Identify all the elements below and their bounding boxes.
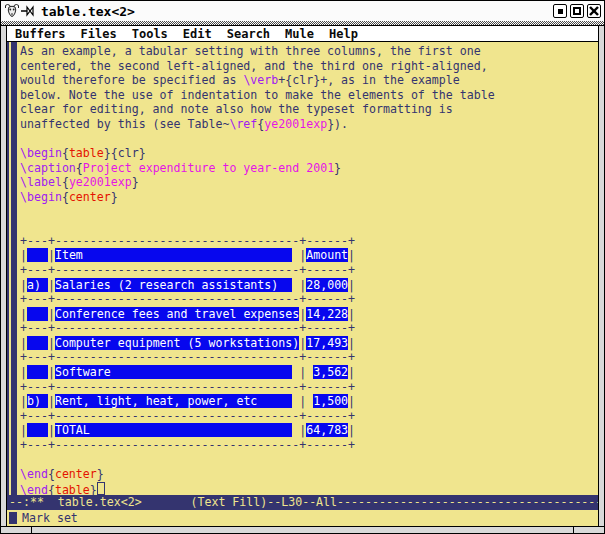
code-segment: | bbox=[20, 278, 27, 292]
code-segment: centered, the second left-aligned, and t… bbox=[20, 59, 488, 73]
buffer-line: below. Note the use of indentation to ma… bbox=[20, 88, 598, 103]
close-icon bbox=[589, 6, 599, 16]
buffer-line: +---+-----------------------------------… bbox=[20, 380, 598, 395]
code-segment: 14,228 bbox=[306, 307, 348, 321]
code-segment: +{clr}+, as in the example bbox=[278, 73, 459, 87]
code-segment: | bbox=[348, 307, 355, 321]
resize-corner-right[interactable] bbox=[573, 527, 604, 534]
code-segment: \verb bbox=[243, 73, 278, 87]
buffer-line bbox=[20, 219, 598, 234]
menu-item-tools[interactable]: Tools bbox=[132, 27, 168, 41]
code-segment: Salaries (2 research assistants) bbox=[55, 278, 292, 292]
code-segment: | bbox=[348, 248, 355, 262]
buffer-line: |a) |Salaries (2 research assistants) |2… bbox=[20, 278, 598, 293]
code-segment: +---+-----------------------------------… bbox=[20, 350, 355, 364]
scrollbar[interactable] bbox=[7, 42, 20, 495]
code-segment: } bbox=[132, 175, 139, 189]
code-segment: { bbox=[62, 175, 69, 189]
code-segment: Amount bbox=[306, 248, 348, 262]
code-segment: Rent, light, heat, power, etc bbox=[55, 394, 292, 408]
code-segment bbox=[27, 248, 48, 262]
menu-item-mule[interactable]: Mule bbox=[285, 27, 314, 41]
buffer-line: +---+-----------------------------------… bbox=[20, 292, 598, 307]
code-segment: Item bbox=[55, 248, 292, 262]
code-segment: | bbox=[48, 248, 55, 262]
code-segment bbox=[27, 423, 48, 437]
code-segment: | bbox=[348, 394, 355, 408]
code-segment: \ref bbox=[229, 117, 257, 131]
minimize-button[interactable] bbox=[553, 4, 567, 18]
menu-item-files[interactable]: Files bbox=[81, 27, 117, 41]
client-area: BuffersFilesToolsEditSearchMuleHelp As a… bbox=[6, 26, 599, 526]
window-titlebar[interactable]: table.tex<2> bbox=[1, 1, 604, 21]
code-segment: Software bbox=[55, 365, 292, 379]
code-segment: { bbox=[48, 483, 55, 495]
code-segment: would therefore be specified as bbox=[20, 73, 243, 87]
code-segment: ye2001exp bbox=[264, 117, 327, 131]
code-segment: +---+-----------------------------------… bbox=[20, 263, 355, 277]
code-segment: | bbox=[292, 394, 313, 408]
window-resize-bar[interactable] bbox=[1, 526, 604, 534]
buffer-line: \begin{center} bbox=[20, 190, 598, 205]
buffer-line: clear for editing, and note also how the… bbox=[20, 102, 598, 117]
code-segment: | bbox=[348, 278, 355, 292]
code-segment: { bbox=[76, 161, 83, 175]
buffer-line: would therefore be specified as \verb+{c… bbox=[20, 73, 598, 88]
code-segment: \begin bbox=[20, 190, 62, 204]
code-segment: | bbox=[20, 423, 27, 437]
minibuffer[interactable]: Mark set bbox=[7, 510, 598, 526]
code-segment: TOTAL bbox=[55, 423, 292, 437]
menu-item-help[interactable]: Help bbox=[329, 27, 358, 41]
resize-corner-left[interactable] bbox=[1, 527, 32, 534]
code-segment: | bbox=[292, 365, 313, 379]
menu-bar: BuffersFilesToolsEditSearchMuleHelp bbox=[7, 26, 598, 42]
menu-item-edit[interactable]: Edit bbox=[183, 27, 212, 41]
code-segment: +---+-----------------------------------… bbox=[20, 438, 355, 452]
buffer-line: | |Computer equipment (5 workstations)|1… bbox=[20, 336, 598, 351]
code-segment: \label bbox=[20, 175, 62, 189]
buffer-line: |b) |Rent, light, heat, power, etc | 1,5… bbox=[20, 394, 598, 409]
code-segment: | bbox=[20, 365, 27, 379]
code-segment: table bbox=[55, 483, 90, 495]
code-segment: | bbox=[48, 394, 55, 408]
buffer-line: | |Item |Amount| bbox=[20, 248, 598, 263]
close-button[interactable] bbox=[587, 4, 601, 18]
code-segment: | bbox=[48, 365, 55, 379]
buffer-line: | |TOTAL |64,783| bbox=[20, 423, 598, 438]
text-cursor bbox=[97, 482, 105, 495]
window-pin-icon bbox=[21, 4, 37, 18]
code-segment: ye2001exp bbox=[69, 175, 132, 189]
code-segment: Computer equipment (5 workstations) bbox=[55, 336, 299, 350]
scrollbar-thumb[interactable] bbox=[11, 42, 17, 495]
buffer-line: | |Conference fees and travel expenses|1… bbox=[20, 307, 598, 322]
buffer-line bbox=[20, 205, 598, 220]
gnu-icon[interactable] bbox=[4, 3, 20, 19]
maximize-button[interactable] bbox=[570, 4, 584, 18]
code-segment: below. Note the use of indentation to ma… bbox=[20, 88, 495, 102]
code-segment: 1,500 bbox=[313, 394, 348, 408]
buffer-area[interactable]: As an example, a tabular setting with th… bbox=[7, 42, 598, 495]
buffer-line: centered, the second left-aligned, and t… bbox=[20, 59, 598, 74]
code-segment: Conference fees and travel expenses bbox=[55, 307, 299, 321]
code-segment: | bbox=[348, 336, 355, 350]
code-segment: } bbox=[97, 467, 104, 481]
code-segment: +---+-----------------------------------… bbox=[20, 409, 355, 423]
code-segment: { bbox=[62, 190, 69, 204]
code-segment: | bbox=[20, 336, 27, 350]
code-segment: }). bbox=[327, 117, 348, 131]
buffer-text[interactable]: As an example, a tabular setting with th… bbox=[20, 42, 598, 495]
code-segment: As an example, a tabular setting with th… bbox=[20, 44, 481, 58]
menu-item-buffers[interactable]: Buffers bbox=[15, 27, 66, 41]
code-segment: } bbox=[334, 161, 341, 175]
code-segment: | bbox=[20, 248, 27, 262]
buffer-line bbox=[20, 132, 598, 147]
code-segment: } bbox=[111, 190, 118, 204]
buffer-line: \begin{table}{clr} bbox=[20, 146, 598, 161]
code-segment: center bbox=[69, 190, 111, 204]
menu-item-search[interactable]: Search bbox=[227, 27, 270, 41]
code-segment: | bbox=[48, 336, 55, 350]
mode-line: --:** table.tex<2> (Text Fill)--L30--All… bbox=[7, 495, 598, 510]
buffer-line: \end{center} bbox=[20, 467, 598, 482]
window-title: table.tex<2> bbox=[41, 4, 135, 19]
code-segment: | bbox=[48, 423, 55, 437]
